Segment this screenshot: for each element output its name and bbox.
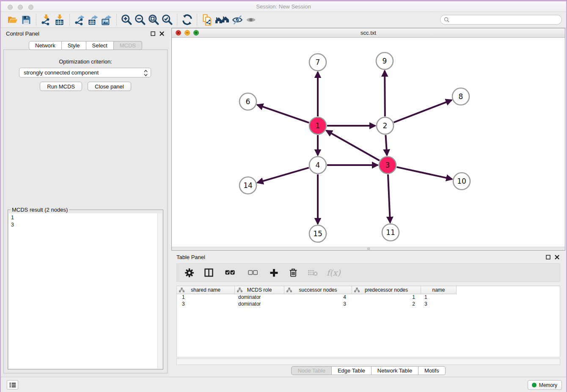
edge-2-3[interactable] [385, 135, 387, 155]
edge-3-11[interactable] [388, 174, 390, 223]
import-network-button[interactable] [39, 13, 53, 27]
tab-node-table[interactable]: Node Table [291, 366, 332, 375]
criterion-dropdown[interactable]: strongly connected component [19, 68, 151, 77]
cell-predecessor-nodes[interactable]: 1 [352, 294, 421, 301]
cell-shared-name[interactable]: 1 [177, 294, 235, 301]
node-label-14: 14 [243, 181, 253, 190]
zoom-selected-icon [161, 14, 173, 26]
network-view-window: scc.txt 7968124314101511 [171, 28, 565, 251]
edge-2-9[interactable] [385, 71, 385, 116]
node-label-8: 8 [459, 92, 463, 101]
close-panel-icon[interactable] [555, 255, 559, 259]
mcds-result-title: MCDS result (2 nodes) [11, 207, 69, 213]
export-table-button[interactable] [86, 13, 100, 27]
eye-slash-icon [231, 14, 243, 25]
graph-node-3[interactable]: 3 [379, 157, 396, 174]
graph-node-2[interactable]: 2 [377, 117, 394, 134]
export-network-button[interactable] [73, 13, 86, 27]
hide-selected-button[interactable] [231, 13, 244, 27]
cell-successor-nodes[interactable]: 4 [284, 294, 352, 301]
graph-node-4[interactable]: 4 [309, 157, 326, 174]
table-panel: Table Panel f(x) shared nameMCDS rolesuc… [171, 252, 565, 377]
network-graph[interactable]: 7968124314101511 [172, 38, 565, 247]
zoom-in-button[interactable] [120, 13, 133, 27]
export-image-button[interactable] [100, 13, 113, 27]
cell-shared-name[interactable]: 3 [177, 301, 235, 308]
run-mcds-button[interactable]: Run MCDS [40, 82, 82, 91]
table-row-1[interactable]: 1dominator411 [177, 294, 560, 301]
delete-table-button [307, 267, 318, 278]
import-table-button[interactable] [53, 13, 66, 27]
clone-network-button[interactable] [200, 13, 214, 27]
add-column-button[interactable] [268, 267, 279, 278]
zoom-selected-button[interactable] [160, 13, 174, 27]
network-window-titlebar: scc.txt [172, 28, 565, 38]
memory-status-dot [532, 383, 537, 387]
edge-2-8[interactable] [394, 100, 452, 122]
cell-mcds-role[interactable]: dominator [235, 301, 284, 308]
task-history-button[interactable] [7, 380, 18, 389]
graph-node-9[interactable]: 9 [376, 52, 393, 69]
edge-3-10[interactable] [396, 167, 452, 179]
tab-motifs[interactable]: Motifs [418, 366, 446, 375]
edge-4-14[interactable] [257, 168, 309, 182]
graph-node-10[interactable]: 10 [453, 173, 470, 190]
first-neighbors-button[interactable] [214, 13, 231, 27]
edge-3-1[interactable] [326, 130, 380, 160]
zoom-out-button[interactable] [133, 13, 147, 27]
result-scrollbar[interactable] [157, 213, 162, 368]
export-image-icon [101, 14, 112, 25]
window-title: Session: New Session [1, 3, 566, 10]
cell-name[interactable]: 3 [421, 301, 457, 308]
graph-node-11[interactable]: 11 [382, 224, 399, 241]
search-input[interactable] [451, 17, 561, 23]
network-canvas[interactable]: 7968124314101511 [172, 38, 565, 247]
apply-layout-button[interactable] [180, 13, 194, 27]
memory-button[interactable]: Memory [528, 380, 562, 390]
column-header-shared-name[interactable]: shared name [177, 286, 235, 294]
save-session-button[interactable] [19, 13, 33, 27]
column-header-mcds-role[interactable]: MCDS role [235, 286, 284, 294]
search-field[interactable] [440, 15, 562, 25]
cell-successor-nodes[interactable]: 3 [284, 301, 352, 308]
graph-node-15[interactable]: 15 [309, 225, 326, 242]
tab-network-table[interactable]: Network Table [372, 366, 418, 375]
show-all-button[interactable] [244, 13, 258, 27]
graph-node-1[interactable]: 1 [309, 117, 326, 134]
close-panel-icon[interactable] [160, 31, 164, 36]
cell-mcds-role[interactable]: dominator [235, 294, 284, 301]
open-session-button[interactable] [6, 13, 19, 27]
cell-predecessor-nodes[interactable]: 2 [352, 301, 421, 308]
tab-network[interactable]: Network [29, 41, 62, 50]
tab-mcds[interactable]: MCDS [114, 41, 142, 50]
tab-style[interactable]: Style [62, 41, 86, 50]
criterion-dropdown-value: strongly connected component [24, 69, 99, 76]
graph-node-8[interactable]: 8 [452, 88, 469, 105]
column-header-successor-nodes[interactable]: successor nodes [284, 286, 352, 294]
zoom-fit-button[interactable] [147, 13, 160, 27]
graph-node-6[interactable]: 6 [239, 93, 256, 110]
table-scrollbar[interactable] [176, 359, 560, 365]
split-panel-button[interactable] [203, 267, 214, 278]
delete-column-button[interactable] [288, 267, 299, 278]
unchecked-boxes-icon [248, 270, 258, 275]
deselect-all-button[interactable] [245, 267, 260, 278]
float-panel-icon[interactable] [151, 31, 155, 36]
table-settings-button[interactable] [184, 267, 195, 278]
column-header-predecessor-nodes[interactable]: predecessor nodes [352, 286, 421, 294]
refresh-icon [182, 14, 193, 25]
cell-name[interactable]: 1 [421, 294, 457, 301]
export-table-icon [88, 14, 99, 25]
column-header-name[interactable]: name [421, 286, 457, 294]
tab-select[interactable]: Select [86, 41, 114, 50]
table-row-2[interactable]: 3dominator323 [177, 301, 560, 308]
select-all-button[interactable] [223, 267, 237, 278]
close-panel-button[interactable]: Close panel [88, 82, 131, 91]
task-list-icon [9, 382, 16, 388]
graph-node-14[interactable]: 14 [239, 177, 256, 194]
splitter-grip[interactable] [367, 248, 370, 250]
float-panel-icon[interactable] [546, 255, 550, 259]
tab-edge-table[interactable]: Edge Table [332, 366, 372, 375]
edge-1-6[interactable] [257, 105, 309, 123]
graph-node-7[interactable]: 7 [309, 54, 326, 71]
